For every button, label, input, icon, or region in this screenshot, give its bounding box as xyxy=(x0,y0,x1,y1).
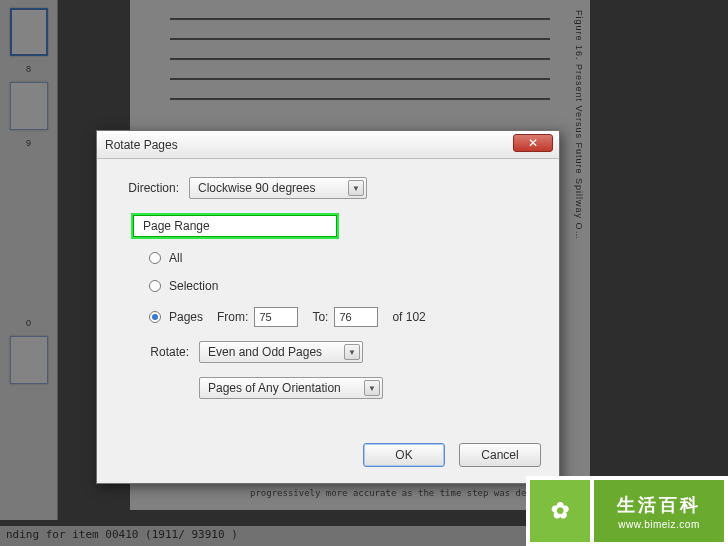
direction-dropdown[interactable]: Clockwise 90 degrees ▼ xyxy=(189,177,367,199)
close-button[interactable]: ✕ xyxy=(513,134,553,152)
radio-pages[interactable] xyxy=(149,311,161,323)
radio-selection-row[interactable]: Selection xyxy=(149,279,537,293)
thumb-page-number: 8 xyxy=(0,64,57,74)
page-thumbnail[interactable] xyxy=(10,336,48,384)
to-input[interactable]: 76 xyxy=(334,307,378,327)
dialog-titlebar[interactable]: Rotate Pages ✕ xyxy=(97,131,559,159)
page-range-group-label: Page Range xyxy=(131,213,339,239)
graph-line xyxy=(170,98,550,100)
of-total-label: of 102 xyxy=(392,310,425,324)
radio-all-label: All xyxy=(169,251,182,265)
watermark-text: 生活百科 www.bimeiz.com xyxy=(590,476,728,546)
dialog-title-text: Rotate Pages xyxy=(105,138,178,152)
graph-line xyxy=(170,78,550,80)
thumb-page-number: 0 xyxy=(0,318,57,328)
rotate-pages-filter-dropdown[interactable]: Even and Odd Pages ▼ xyxy=(199,341,363,363)
rotate-pages-dialog: Rotate Pages ✕ Direction: Clockwise 90 d… xyxy=(96,130,560,484)
graph-line xyxy=(170,58,550,60)
radio-all-row[interactable]: All xyxy=(149,251,537,265)
thumbnail-panel[interactable]: 8 9 0 xyxy=(0,0,58,520)
chevron-down-icon: ▼ xyxy=(364,380,380,396)
document-side-text: insight l to xyxy=(598,430,624,459)
from-label: From: xyxy=(217,310,248,324)
watermark: ✿ 生活百科 www.bimeiz.com xyxy=(526,476,728,546)
thumb-page-number: 9 xyxy=(0,138,57,148)
to-label: To: xyxy=(312,310,328,324)
rotate-orientation-filter-dropdown[interactable]: Pages of Any Orientation ▼ xyxy=(199,377,383,399)
rotate-combo2-value: Pages of Any Orientation xyxy=(208,381,341,395)
graph-line xyxy=(170,38,550,40)
radio-pages-label: Pages xyxy=(169,310,203,324)
watermark-icon: ✿ xyxy=(526,476,590,546)
graph-line xyxy=(170,18,550,20)
ok-button[interactable]: OK xyxy=(363,443,445,467)
radio-selection[interactable] xyxy=(149,280,161,292)
cancel-button[interactable]: Cancel xyxy=(459,443,541,467)
radio-selection-label: Selection xyxy=(169,279,218,293)
page-thumbnail[interactable] xyxy=(10,82,48,130)
from-input[interactable]: 75 xyxy=(254,307,298,327)
radio-pages-row[interactable]: Pages From: 75 To: 76 of 102 xyxy=(149,307,537,327)
close-icon: ✕ xyxy=(528,136,538,150)
direction-value: Clockwise 90 degrees xyxy=(198,181,315,195)
rotate-combo1-value: Even and Odd Pages xyxy=(208,345,322,359)
chevron-down-icon: ▼ xyxy=(344,344,360,360)
rotate-label: Rotate: xyxy=(119,345,199,359)
radio-all[interactable] xyxy=(149,252,161,264)
chevron-down-icon: ▼ xyxy=(348,180,364,196)
figure-caption-vertical: Figure 16. Present Versus Future Spillwa… xyxy=(574,10,584,241)
page-thumbnail[interactable] xyxy=(10,8,48,56)
direction-label: Direction: xyxy=(119,181,189,195)
